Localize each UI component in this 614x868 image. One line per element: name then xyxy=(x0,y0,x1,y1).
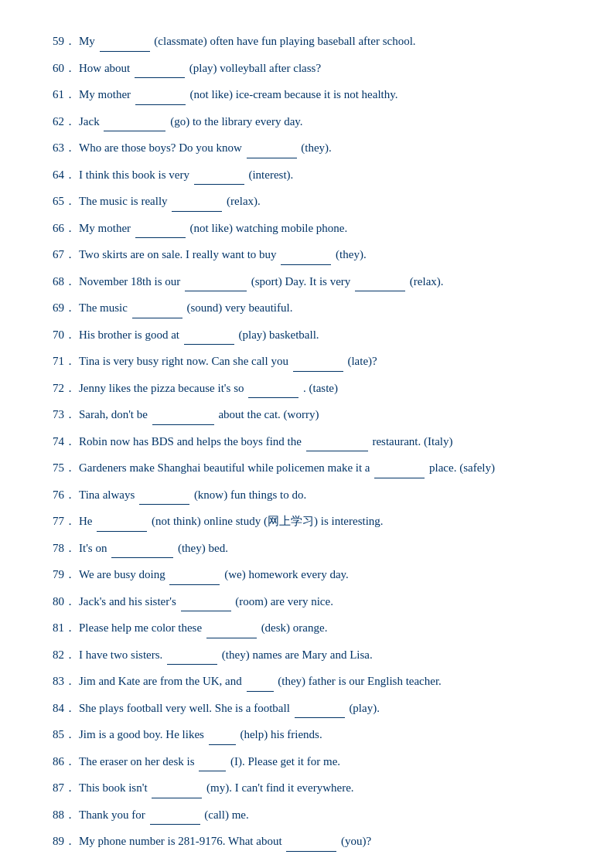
list-item: 81．Please help me color these (desk) ora… xyxy=(46,618,568,638)
item-number: 83． xyxy=(46,672,76,692)
list-item: 61．My mother (not like) ice-cream becaus… xyxy=(46,84,568,105)
item-number: 61． xyxy=(46,85,76,105)
blank-field xyxy=(295,698,345,719)
item-number: 86． xyxy=(46,752,76,772)
item-content: Please help me color these (desk) orange… xyxy=(79,618,568,638)
blank-field xyxy=(185,271,247,292)
item-content: Jim and Kate are from the UK, and (they)… xyxy=(79,671,568,692)
list-item: 82．I have two sisters. (they) names are … xyxy=(46,645,568,665)
item-content: The music is really (relax). xyxy=(79,191,568,212)
item-number: 84． xyxy=(46,699,76,719)
blank-field xyxy=(139,485,189,505)
blank-field xyxy=(306,431,368,452)
item-number: 82． xyxy=(46,645,76,665)
list-item: 74．Robin now has BDS and helps the boys … xyxy=(46,431,568,452)
item-number: 70． xyxy=(46,325,76,345)
blank-field xyxy=(169,564,220,585)
list-item: 71．Tina is very busy right now. Can she … xyxy=(46,351,568,372)
blank-field xyxy=(135,84,186,105)
item-content: November 18th is our (sport) Day. It is … xyxy=(79,271,568,292)
blank-field xyxy=(293,351,343,372)
item-content: He (not think) online study (网上学习) is in… xyxy=(79,511,568,532)
blank-field xyxy=(172,191,222,212)
item-content: Two skirts are on sale. I really want to… xyxy=(79,244,568,265)
list-item: 64．I think this book is very (interest). xyxy=(46,165,568,186)
blank-field xyxy=(248,378,298,399)
blank-field xyxy=(111,538,173,559)
item-content: Tina is very busy right now. Can she cal… xyxy=(79,351,568,372)
list-item: 69．The music (sound) very beautiful. xyxy=(46,298,568,318)
item-content: How about (play) volleyball after class? xyxy=(79,58,568,79)
item-content: Tina always (know) fun things to do. xyxy=(79,485,568,505)
list-item: 88．Thank you for (call) me. xyxy=(46,805,568,825)
item-number: 60． xyxy=(46,59,76,79)
list-item: 79．We are busy doing (we) homework every… xyxy=(46,564,568,585)
item-number: 81． xyxy=(46,618,76,638)
item-number: 87． xyxy=(46,778,76,798)
item-number: 59． xyxy=(46,32,76,52)
list-item: 63．Who are those boys? Do you know (they… xyxy=(46,138,568,158)
blank-field xyxy=(194,165,244,186)
item-number: 88． xyxy=(46,805,76,825)
item-number: 63． xyxy=(46,138,76,158)
item-number: 74． xyxy=(46,432,76,452)
list-item: 65．The music is really (relax). xyxy=(46,191,568,212)
list-item: 75．Gardeners make Shanghai beautiful whi… xyxy=(46,458,568,478)
item-content: My phone number is 281-9176. What about … xyxy=(79,831,568,852)
item-number: 69． xyxy=(46,298,76,318)
list-item: 85．Jim is a good boy. He likes (help) hi… xyxy=(46,724,568,745)
item-content: Jack's and his sister's (room) are very … xyxy=(79,591,568,612)
blank-field xyxy=(104,111,165,132)
blank-field xyxy=(97,511,147,532)
item-content: The music (sound) very beautiful. xyxy=(79,298,568,318)
list-item: 72．Jenny likes the pizza because it's so… xyxy=(46,378,568,399)
item-content: I think this book is very (interest). xyxy=(79,165,568,186)
item-number: 89． xyxy=(46,832,76,852)
list-item: 59．My (classmate) often have fun playing… xyxy=(46,31,568,52)
item-number: 78． xyxy=(46,539,76,559)
item-number: 68． xyxy=(46,272,76,292)
item-content: She plays football very well. She is a f… xyxy=(79,698,568,719)
item-content: We are busy doing (we) homework every da… xyxy=(79,564,568,585)
list-item: 86．The eraser on her desk is (I). Please… xyxy=(46,751,568,772)
blank-field xyxy=(167,645,217,665)
item-content: Gardeners make Shanghai beautiful while … xyxy=(79,458,568,478)
blank-field xyxy=(206,618,257,638)
item-content: Jim is a good boy. He likes (help) his f… xyxy=(79,724,568,745)
item-number: 71． xyxy=(46,352,76,372)
blank-field xyxy=(100,31,150,52)
list-item: 89．My phone number is 281-9176. What abo… xyxy=(46,831,568,852)
item-content: Robin now has BDS and helps the boys fin… xyxy=(79,431,568,452)
list-item: 62．Jack (go) to the library every day. xyxy=(46,111,568,132)
item-content: Who are those boys? Do you know (they). xyxy=(79,138,568,158)
blank-field xyxy=(247,138,297,158)
item-content: My (classmate) often have fun playing ba… xyxy=(79,31,568,52)
item-number: 79． xyxy=(46,565,76,585)
list-item: 84．She plays football very well. She is … xyxy=(46,698,568,719)
item-number: 80． xyxy=(46,592,76,612)
list-item: 80．Jack's and his sister's (room) are ve… xyxy=(46,591,568,612)
item-number: 64． xyxy=(46,165,76,186)
item-content: I have two sisters. (they) names are Mar… xyxy=(79,645,568,665)
item-content: His brother is good at (play) basketball… xyxy=(79,325,568,345)
list-item: 87．This book isn't (my). I can't find it… xyxy=(46,778,568,798)
item-number: 73． xyxy=(46,405,76,425)
blank-field xyxy=(247,671,274,692)
blank-field xyxy=(150,805,200,825)
list-item: 73．Sarah, don't be about the cat. (worry… xyxy=(46,404,568,425)
item-number: 75． xyxy=(46,458,76,478)
blank-field xyxy=(281,244,331,265)
exercise-list: 59．My (classmate) often have fun playing… xyxy=(46,31,568,852)
item-content: Thank you for (call) me. xyxy=(79,805,568,825)
blank-field xyxy=(199,751,226,772)
blank-field xyxy=(184,325,234,345)
item-content: My mother (not like) watching mobile pho… xyxy=(79,218,568,239)
item-number: 62． xyxy=(46,112,76,132)
item-number: 66． xyxy=(46,219,76,239)
item-number: 85． xyxy=(46,725,76,745)
blank-field xyxy=(355,271,405,292)
item-content: This book isn't (my). I can't find it ev… xyxy=(79,778,568,798)
blank-field xyxy=(286,831,336,852)
list-item: 77．He (not think) online study (网上学习) is… xyxy=(46,511,568,532)
blank-field xyxy=(152,404,214,425)
